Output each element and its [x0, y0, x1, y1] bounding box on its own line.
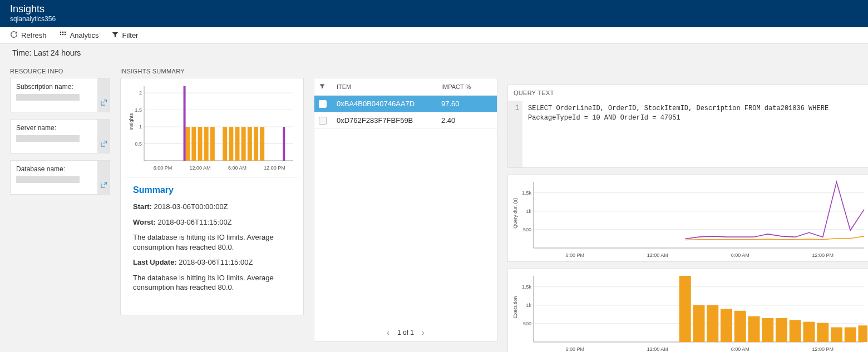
svg-text:0.5: 0.5 — [135, 141, 142, 147]
svg-rect-4 — [62, 34, 63, 35]
svg-rect-61 — [679, 276, 691, 342]
analytics-icon — [59, 31, 67, 40]
svg-rect-25 — [210, 127, 215, 161]
item-impact: 2.40 — [441, 116, 486, 125]
items-pager: ‹ 1 of 1 › — [314, 324, 497, 341]
svg-text:Execution: Execution — [512, 296, 518, 319]
svg-rect-32 — [260, 127, 264, 161]
svg-text:12:00 AM: 12:00 AM — [189, 165, 210, 171]
items-card: ITEM IMPACT % 0xBA4B0B040746AA7D97.600xD… — [314, 78, 497, 342]
open-external-icon — [100, 99, 107, 108]
item-type-icon — [319, 117, 327, 125]
svg-rect-74 — [858, 325, 867, 342]
svg-text:12:00 PM: 12:00 PM — [812, 346, 834, 352]
database-card: Database name: — [10, 160, 110, 195]
svg-text:6:00 PM: 6:00 PM — [565, 252, 584, 258]
sql-code[interactable]: SELECT OrderLineID, OrderID, StockItemID… — [522, 101, 868, 167]
item-id: 0xBA4B0B040746AA7D — [337, 100, 441, 108]
item-row[interactable]: 0xD762F283F7FBF59B2.40 — [314, 112, 497, 129]
query-column: QUERY TEXT 1 SELECT OrderLineID, OrderID… — [507, 68, 868, 352]
filter-button[interactable]: Filter — [111, 31, 139, 40]
summary-body-2: The database is hitting its IO limits. A… — [133, 273, 291, 292]
svg-rect-71 — [817, 323, 828, 342]
subscription-label: Subscription name: — [16, 83, 104, 91]
svg-text:2: 2 — [139, 90, 142, 96]
page-subtitle: sqlanalytics356 — [10, 15, 858, 23]
svg-rect-3 — [60, 34, 61, 35]
insights-summary-card: 0.511.526:00 PM12:00 AM6:00 AM12:00 PMIn… — [120, 78, 304, 315]
resource-info-column: RESOURCE INFO Subscription name: Server … — [10, 68, 110, 201]
worst-value: 2018-03-06T11:15:00Z — [158, 218, 232, 226]
svg-rect-31 — [254, 127, 258, 161]
last-update-value: 2018-03-06T11:15:00Z — [179, 258, 253, 266]
server-label: Server name: — [16, 124, 104, 132]
server-open-button[interactable] — [97, 120, 110, 153]
subscription-open-button[interactable] — [97, 78, 110, 112]
database-value-placeholder — [16, 176, 80, 183]
refresh-button[interactable]: Refresh — [10, 31, 47, 40]
svg-rect-27 — [229, 127, 233, 161]
svg-text:6:00 AM: 6:00 AM — [731, 252, 749, 258]
svg-rect-70 — [803, 322, 815, 342]
svg-text:1.5: 1.5 — [135, 107, 142, 113]
svg-rect-68 — [776, 318, 787, 342]
svg-rect-1 — [62, 32, 63, 33]
items-header: ITEM IMPACT % — [314, 78, 497, 96]
pager-prev-button[interactable]: ‹ — [387, 328, 389, 337]
execution-chart: 5001k1.5k6:00 PM12:00 AM6:00 AM12:00 PME… — [507, 269, 868, 352]
svg-rect-72 — [831, 328, 842, 342]
svg-text:6:00 PM: 6:00 PM — [565, 346, 584, 352]
svg-text:Insights: Insights — [129, 113, 134, 131]
database-open-button[interactable] — [97, 161, 110, 194]
svg-rect-21 — [185, 127, 190, 161]
server-card: Server name: — [10, 119, 110, 153]
svg-rect-64 — [721, 309, 732, 343]
svg-rect-73 — [845, 328, 856, 342]
item-impact: 97.60 — [441, 100, 486, 108]
svg-text:12:00 PM: 12:00 PM — [812, 252, 834, 258]
query-text-card: QUERY TEXT 1 SELECT OrderLineID, OrderID… — [507, 85, 868, 168]
item-id: 0xD762F283F7FBF59B — [337, 116, 441, 125]
summary-block: Summary Start: 2018-03-06T00:00:00Z Wors… — [125, 177, 299, 308]
svg-text:Query dur. (s): Query dur. (s) — [512, 198, 518, 229]
svg-rect-30 — [248, 127, 252, 161]
svg-text:500: 500 — [523, 227, 531, 232]
resource-info-title: RESOURCE INFO — [10, 68, 110, 75]
svg-text:1k: 1k — [526, 303, 531, 308]
pager-next-button[interactable]: › — [422, 328, 425, 337]
filter-icon[interactable] — [319, 83, 337, 91]
item-row[interactable]: 0xBA4B0B040746AA7D97.60 — [314, 96, 497, 112]
refresh-label: Refresh — [21, 31, 47, 39]
item-type-icon — [319, 100, 327, 108]
svg-rect-34 — [283, 127, 285, 161]
open-external-icon — [100, 181, 107, 191]
page-title: Insights — [10, 3, 858, 15]
code-gutter: 1 — [508, 101, 522, 167]
insights-summary-title: INSIGHTS SUMMARY — [120, 68, 304, 75]
filter-icon — [111, 31, 119, 40]
items-column: ITEM IMPACT % 0xBA4B0B040746AA7D97.600xD… — [314, 68, 497, 342]
svg-rect-69 — [790, 320, 801, 342]
svg-rect-66 — [748, 316, 760, 342]
analytics-button[interactable]: Analytics — [59, 31, 99, 40]
start-value: 2018-03-06T00:00:00Z — [154, 202, 228, 211]
svg-text:6:00 AM: 6:00 AM — [731, 346, 749, 352]
pager-label: 1 of 1 — [397, 329, 414, 336]
query-text-title: QUERY TEXT — [508, 85, 868, 101]
insights-summary-column: INSIGHTS SUMMARY 0.511.526:00 PM12:00 AM… — [120, 68, 304, 315]
svg-rect-26 — [223, 127, 227, 161]
worst-label: Worst: — [133, 218, 156, 226]
open-external-icon — [100, 140, 107, 150]
filter-label: Filter — [122, 31, 139, 39]
svg-rect-23 — [198, 127, 203, 161]
last-update-label: Last Update: — [133, 258, 177, 266]
toolbar: Refresh Analytics Filter — [0, 27, 868, 44]
query-duration-chart: 5001k1.5k6:00 PM12:00 AM6:00 AM12:00 PMQ… — [507, 175, 868, 262]
items-col-item: ITEM — [337, 83, 441, 90]
time-range-label: Time: Last 24 hours — [0, 44, 868, 62]
svg-text:12:00 AM: 12:00 AM — [647, 346, 668, 352]
svg-rect-67 — [762, 318, 773, 342]
svg-text:12:00 PM: 12:00 PM — [264, 165, 285, 171]
svg-text:6:00 AM: 6:00 AM — [228, 165, 246, 171]
subscription-value-placeholder — [16, 94, 80, 101]
